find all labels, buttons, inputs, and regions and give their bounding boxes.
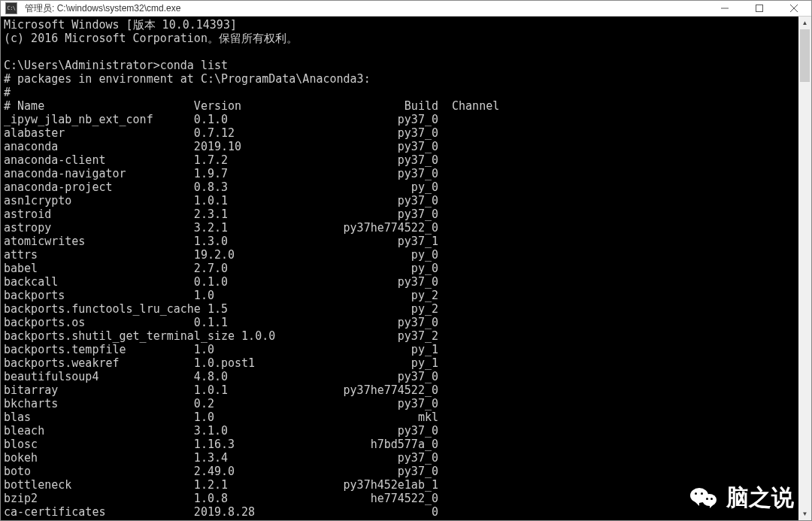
vertical-scrollbar[interactable]: ▲ ▼ — [798, 17, 811, 520]
scroll-down-arrow[interactable]: ▼ — [798, 507, 811, 520]
watermark: 脑之说 — [690, 483, 794, 513]
maximize-button[interactable] — [742, 1, 777, 16]
scroll-track[interactable] — [798, 29, 811, 507]
watermark-text: 脑之说 — [726, 483, 794, 513]
wechat-icon — [690, 486, 719, 510]
svg-rect-1 — [756, 5, 763, 12]
maximize-icon — [756, 5, 763, 12]
scroll-thumb[interactable] — [800, 29, 810, 82]
close-icon — [790, 5, 798, 12]
cmd-icon: C:\ — [5, 2, 17, 14]
scroll-up-arrow[interactable]: ▲ — [798, 17, 811, 29]
close-button[interactable] — [777, 1, 811, 16]
window-controls — [707, 1, 811, 16]
terminal-output[interactable]: Microsoft Windows [版本 10.0.14393] (c) 20… — [1, 17, 798, 520]
terminal-area: Microsoft Windows [版本 10.0.14393] (c) 20… — [1, 17, 811, 520]
command-prompt-window: C:\ 管理员: C:\windows\system32\cmd.exe Mic… — [0, 0, 812, 521]
titlebar[interactable]: C:\ 管理员: C:\windows\system32\cmd.exe — [1, 1, 811, 17]
window-title: 管理员: C:\windows\system32\cmd.exe — [22, 2, 707, 15]
minimize-button[interactable] — [707, 1, 742, 16]
minimize-icon — [721, 5, 729, 12]
